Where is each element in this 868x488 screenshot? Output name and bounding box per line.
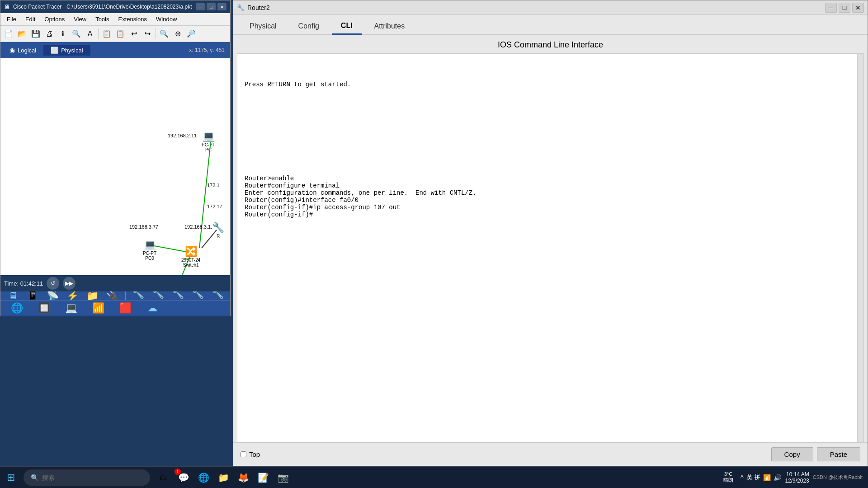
device-pc[interactable]: 🖥 — [4, 291, 22, 300]
palette-sep — [125, 291, 126, 300]
router-minimize[interactable]: ─ — [825, 3, 837, 13]
taskbar-edge[interactable]: 🌐 — [193, 468, 213, 488]
cpt-window: 🖥 Cisco Packet Tracer - C:\Users\35911\O… — [0, 0, 231, 316]
device-mobile[interactable]: 📱 — [24, 291, 42, 300]
device-plug[interactable]: 🔌 — [104, 291, 122, 300]
device-2911[interactable]: 🔧 2911 — [208, 291, 226, 300]
device-4321[interactable]: 🔧 4321 — [149, 291, 167, 300]
taskbar-capture[interactable]: 📷 — [273, 468, 293, 488]
tool-font[interactable]: A — [84, 28, 96, 40]
tool-new[interactable]: 📄 — [2, 28, 15, 40]
device-lightning[interactable]: ⚡ — [64, 291, 82, 300]
logical-icon: ◉ — [9, 47, 15, 54]
topology-lines — [0, 58, 230, 275]
device-red[interactable]: 🟥 — [113, 302, 138, 314]
cpt-titlebar: 🖥 Cisco Packet Tracer - C:\Users\35911\O… — [0, 0, 230, 13]
device-square[interactable]: 🔲 — [31, 302, 57, 314]
router-titlebar: 🔧 Router2 ─ □ ✕ — [233, 0, 868, 15]
tab-router-physical[interactable]: Physical — [241, 19, 286, 34]
device-pc-icon: 🖥 — [8, 291, 18, 300]
tray-expand[interactable]: ^ — [741, 474, 744, 481]
device-red-icon: 🟥 — [119, 302, 132, 314]
pc-top-icon: 💻 — [203, 131, 215, 142]
tool-zoom100[interactable]: ⊕ — [171, 28, 184, 40]
tool-save[interactable]: 💾 — [29, 28, 42, 40]
tray-wifi[interactable]: 📶 — [763, 474, 771, 481]
router-icon: 🔧 — [212, 222, 224, 234]
reset-btn[interactable]: ↺ — [47, 277, 59, 290]
search-input[interactable] — [42, 474, 132, 481]
tab-router-cli[interactable]: CLI — [332, 18, 362, 35]
play-btn[interactable]: ▶▶ — [63, 277, 75, 290]
router-maximize[interactable]: □ — [839, 3, 850, 13]
router-close[interactable]: ✕ — [852, 3, 864, 13]
tool-undo[interactable]: ↩ — [127, 28, 140, 40]
device-cloud[interactable]: ☁ — [140, 302, 165, 314]
cpt-close[interactable]: ✕ — [217, 3, 226, 10]
copy-button[interactable]: Copy — [771, 447, 813, 461]
tool-zoomin[interactable]: 🔍 — [158, 28, 170, 40]
tool-redo[interactable]: ↪ — [141, 28, 154, 40]
tab-router-config[interactable]: Config — [289, 19, 328, 34]
tray-lang[interactable]: 英 拼 — [746, 474, 761, 482]
device-laptop[interactable]: 💻 — [58, 302, 84, 314]
router-window-title: Router2 — [247, 4, 825, 11]
node-switch1[interactable]: 🔀 2950T-24Switch1 — [181, 246, 200, 267]
start-button[interactable]: ⊞ — [0, 467, 22, 488]
cli-title: IOS Command Line Interface — [233, 35, 868, 53]
device-1941[interactable]: 🔧 1941 — [169, 291, 187, 300]
tool-print[interactable]: 🖨 — [43, 28, 56, 40]
cpt-maximize[interactable]: □ — [207, 3, 216, 10]
coordinates: x: 1175, y: 451 — [189, 47, 228, 53]
top-checkbox[interactable] — [241, 451, 246, 457]
device-plug-icon: 🔌 — [106, 291, 118, 300]
device-globe[interactable]: 🌐 — [4, 302, 29, 314]
device-globe-icon: 🌐 — [11, 302, 23, 314]
cli-terminal[interactable]: Press RETURN to get started. Router>enab… — [237, 53, 864, 442]
menu-window[interactable]: Window — [151, 15, 181, 23]
device-4331[interactable]: 🔧 4331 — [129, 291, 147, 300]
menu-options[interactable]: Options — [40, 15, 69, 23]
cli-scrollbar[interactable] — [857, 54, 863, 442]
taskbar-text[interactable]: 📝 — [253, 468, 273, 488]
menu-view[interactable]: View — [69, 15, 91, 23]
device-wifi[interactable]: 📶 — [85, 302, 111, 314]
node-pc0[interactable]: 💻 PC-PTPC0 — [143, 239, 156, 261]
tab-logical[interactable]: ◉ Logical — [2, 45, 43, 56]
taskbar-search[interactable]: 🔍 — [24, 469, 150, 486]
tool-zoomout[interactable]: 🔎 — [185, 28, 198, 40]
tool-open[interactable]: 📂 — [16, 28, 28, 40]
menu-file[interactable]: File — [2, 15, 21, 23]
cli-output[interactable]: Press RETURN to get started. Router>enab… — [245, 59, 856, 218]
tab-physical[interactable]: ⬜ Physical — [43, 45, 90, 56]
device-4321-icon: 🔧 — [152, 291, 164, 300]
paste-button[interactable]: Paste — [817, 447, 860, 461]
device-2901[interactable]: 🔧 2901 — [189, 291, 207, 300]
device-wifi-icon: 📶 — [92, 302, 104, 314]
clock[interactable]: 10:14 AM 12/9/2023 — [785, 471, 809, 484]
cpt-icon: 🖥 — [4, 3, 10, 10]
menu-extensions[interactable]: Extensions — [113, 15, 151, 23]
device-network[interactable]: 📡 — [44, 291, 62, 300]
menu-edit[interactable]: Edit — [21, 15, 40, 23]
tool-copy2[interactable]: 📋 — [100, 28, 113, 40]
ip-192-168-2-11: 192.168.2.11 — [168, 133, 197, 138]
tool-info[interactable]: ℹ — [57, 28, 69, 40]
weather-widget[interactable]: 3°C 晴朗 — [723, 471, 733, 483]
taskbar-notification[interactable]: 💬 1 — [174, 468, 193, 488]
menu-tools[interactable]: Tools — [91, 15, 113, 23]
device-folder[interactable]: 📁 — [84, 291, 102, 300]
taskbar-files[interactable]: 📁 — [213, 468, 233, 488]
node-router[interactable]: 🔧 R — [212, 222, 224, 239]
cpt-minimize[interactable]: ─ — [196, 3, 205, 10]
tool-inspect[interactable]: 🔍 — [70, 28, 83, 40]
taskbar-browser[interactable]: 🦊 — [233, 468, 253, 488]
tray-volume[interactable]: 🔊 — [774, 474, 781, 481]
tab-router-attributes[interactable]: Attributes — [365, 19, 414, 34]
device-1941-icon: 🔧 — [172, 291, 184, 300]
taskbar-explorer[interactable]: 🗂 — [154, 468, 174, 488]
device-4331-icon: 🔧 — [132, 291, 144, 300]
top-checkbox-container[interactable]: Top — [241, 450, 260, 458]
node-pc-top[interactable]: 💻 PC-PTPC — [202, 131, 215, 152]
tool-paste2[interactable]: 📋 — [114, 28, 127, 40]
